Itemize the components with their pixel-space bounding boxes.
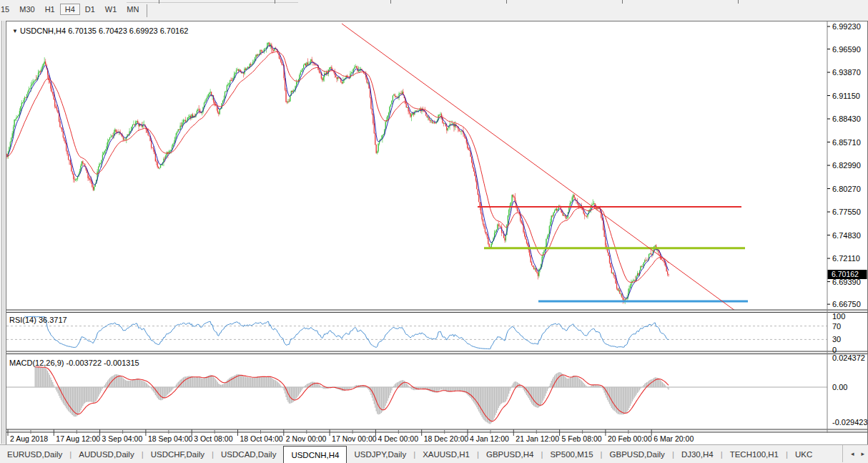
chart-tab-usdjpy-daily[interactable]: USDJPY,Daily: [347, 445, 413, 463]
time-axis-label: 18 Sep 04:00: [148, 434, 193, 443]
price-axis-label: 6.88430: [832, 114, 861, 123]
rsi-line: [25, 316, 669, 349]
price-axis-label: 6.77550: [832, 208, 861, 216]
price-axis-label: 6.93870: [832, 68, 861, 77]
timeframe-button-15[interactable]: 15: [0, 4, 14, 15]
chart-objects: [342, 24, 748, 313]
docked-window-tick: [506, 0, 507, 4]
chart-tab-tech100-h1[interactable]: TECH100,H1: [723, 445, 786, 463]
chart-title-row: ▼ USDCNH,H4 6.70135 6.70423 6.69923 6.70…: [12, 26, 188, 35]
price-axis-label: 6.80270: [832, 185, 861, 193]
time-axis-label: 2 Nov 00:00: [286, 434, 327, 443]
timeframe-button-h1[interactable]: H1: [40, 4, 60, 15]
current-price-tag: 6.70162: [828, 270, 867, 279]
chart-tab-eurusd-daily[interactable]: EURUSD,Daily: [0, 445, 69, 463]
rsi-axis-label: 30: [832, 335, 841, 343]
time-axis-label: 3 Oct 08:00: [194, 434, 232, 443]
chart-tab-dj30-h4[interactable]: DJ30,H4: [674, 445, 721, 463]
timeframe-button-mn[interactable]: MN: [122, 4, 144, 15]
time-axis-label: 21 Jan 12:00: [516, 434, 559, 443]
tab-scroll-right-button[interactable]: ▸: [857, 449, 868, 459]
docked-window-tick: [159, 0, 159, 4]
svg-text:6.70162: 6.70162: [832, 270, 859, 278]
rsi-axis-label: 70: [832, 322, 841, 331]
rsi-axis-label: 0: [832, 346, 837, 354]
mdi-client-edge-2: [4, 21, 4, 444]
price-axis-label: 6.82990: [832, 161, 861, 170]
timeframe-button-h4[interactable]: H4: [60, 4, 80, 15]
timeframe-button-d1[interactable]: D1: [80, 4, 100, 15]
chart-canvas[interactable]: 6.992306.965906.938706.911506.884306.857…: [6, 21, 867, 443]
candles-layer: [6, 42, 669, 304]
time-axis-label: 3 Sep 04:00: [102, 434, 143, 443]
indicator-gridlines: [6, 326, 827, 387]
rsi-axis-label: 100: [832, 312, 845, 321]
trading-app-window: 15M30H1H4D1W1MN 6.992306.965906.938706.9…: [0, 0, 868, 463]
macd-axis-label: 0.024372: [832, 354, 865, 362]
chart-window: 6.992306.965906.938706.911506.884306.857…: [6, 21, 868, 445]
price-axis-label: 6.99230: [832, 22, 861, 31]
chart-tab-audusd-daily[interactable]: AUDUSD,Daily: [71, 445, 141, 463]
price-axis: 6.992306.965906.938706.911506.884306.857…: [827, 21, 867, 433]
chart-tab-ukc[interactable]: UKC: [788, 445, 819, 463]
macd-axis-label: -0.029423: [832, 418, 867, 427]
price-axis-label: 6.74830: [832, 231, 861, 240]
docked-window-tick: [390, 0, 391, 4]
time-axis-label: 4 Jan 12:00: [470, 434, 509, 443]
chart-tab-usdcnh-h4[interactable]: USDCNH,H4: [283, 446, 347, 463]
time-axis-label: 5 Feb 08:00: [562, 434, 602, 443]
chart-tab-usdcad-daily[interactable]: USDCAD,Daily: [214, 445, 283, 463]
price-axis-label: 6.85710: [832, 138, 861, 147]
time-axis-label: 18 Oct 04:00: [240, 434, 283, 443]
macd-layer: [35, 366, 669, 424]
macd-indicator-label: MACD(12,26,9) -0.003722 -0.001315: [9, 359, 139, 367]
time-axis-label: 6 Mar 20:00: [654, 434, 694, 443]
chart-tab-gbpusd-daily[interactable]: GBPUSD,Daily: [603, 445, 672, 463]
price-axis-label: 6.72110: [832, 254, 860, 263]
timeframe-button-w1[interactable]: W1: [100, 4, 122, 15]
chart-tab-gbpusd-h4[interactable]: GBPUSD,H4: [479, 445, 541, 463]
ma-fast-line: [7, 46, 669, 298]
time-axis-label: 17 Nov 00:00: [332, 434, 377, 443]
docked-window-edge: [127, 2, 298, 3]
time-axis-label: 17 Aug 12:00: [56, 434, 100, 443]
docked-window-tick: [622, 0, 623, 4]
time-axis-label: 4 Dec 00:00: [378, 434, 418, 443]
chart-tab-xauusd-h1[interactable]: XAUUSD,H1: [415, 445, 477, 463]
price-axis-label: 6.91150: [832, 92, 860, 100]
macd-signal-line: [35, 367, 669, 421]
rsi-layer: [25, 316, 669, 349]
chart-tab-usdchf-daily[interactable]: USDCHF,Daily: [144, 445, 212, 463]
timeframe-button-m30[interactable]: M30: [14, 4, 39, 15]
price-axis-label: 6.66750: [832, 300, 861, 308]
time-axis-label: 20 Feb 00:00: [608, 434, 652, 443]
price-axis-label: 6.96590: [832, 45, 861, 54]
toolbar-separator: [147, 4, 147, 17]
rsi-indicator-label: RSI(14) 36.3717: [9, 316, 67, 324]
symbol-dropdown-icon[interactable]: ▼: [12, 28, 18, 34]
tab-scroll-arrows: ◂ ▸: [842, 445, 868, 462]
docked-window-tick: [275, 0, 275, 4]
chart-title: USDCNH,H4 6.70135 6.70423 6.69923 6.7016…: [20, 26, 188, 35]
time-axis-label: 2 Aug 2018: [10, 434, 48, 443]
chart-tab-sp500-m15[interactable]: SP500,M15: [543, 445, 600, 463]
time-axis-label: 18 Dec 20:00: [424, 434, 469, 443]
chart-tab-bar: EURUSD,Daily|AUDUSD,Daily|USDCHF,Daily|U…: [0, 444, 868, 463]
macd-axis-label: 0.00: [832, 383, 847, 391]
docked-window-tick: [738, 0, 739, 4]
tab-scroll-left-button[interactable]: ◂: [847, 449, 858, 459]
mdi-client-edge: [1, 21, 2, 444]
moving-averages: [7, 46, 669, 298]
panel-splitters: [6, 310, 867, 432]
